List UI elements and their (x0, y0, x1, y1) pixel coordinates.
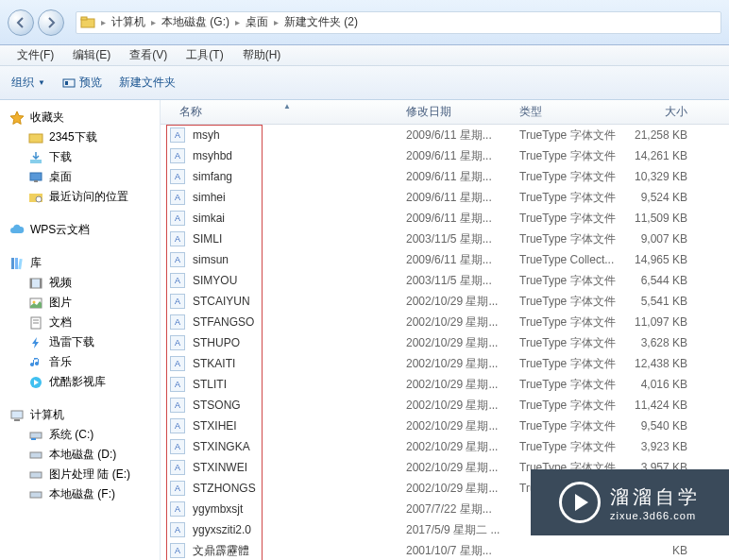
organize-button[interactable]: 组织 ▼ (11, 75, 45, 91)
file-row[interactable]: ASTKAITI2002/10/29 星期...TrueType 字体文件12,… (161, 353, 729, 374)
download-icon (28, 150, 43, 165)
file-row[interactable]: Asimfang2009/6/11 星期...TrueType 字体文件10,3… (161, 166, 729, 187)
menu-view[interactable]: 查看(V) (120, 47, 177, 63)
font-file-icon: A (170, 398, 185, 413)
sidebar-item[interactable]: 视频 (6, 273, 154, 293)
menu-tools[interactable]: 工具(T) (177, 47, 232, 63)
file-row[interactable]: Amsyhbd2009/6/11 星期...TrueType 字体文件14,26… (161, 145, 729, 166)
chevron-right-icon: ▸ (233, 17, 242, 27)
sidebar-item-label: 文档 (49, 314, 72, 331)
sidebar-item[interactable]: 本地磁盘 (D:) (6, 445, 154, 465)
font-file-icon: A (170, 501, 185, 517)
menu-help[interactable]: 帮助(H) (233, 47, 291, 63)
file-type: TrueType 字体文件 (519, 273, 631, 289)
watermark-text: 溜溜自学 zixue.3d66.com (610, 484, 701, 521)
svg-rect-3 (65, 81, 68, 85)
breadcrumb-segment[interactable]: 计算机 (108, 14, 149, 30)
preview-button[interactable]: 预览 (62, 75, 102, 91)
file-row[interactable]: A文鼎霹靂體2001/10/7 星期...KB (161, 540, 729, 560)
column-type[interactable]: 类型 (519, 104, 631, 120)
file-row[interactable]: ASTSONG2002/10/29 星期...TrueType 字体文件11,4… (161, 395, 729, 416)
nav-forward-button[interactable] (38, 9, 64, 36)
chevron-right-icon: ▸ (149, 17, 158, 27)
breadcrumb-segment[interactable]: 本地磁盘 (G:) (158, 14, 233, 30)
file-row[interactable]: Asimhei2009/6/11 星期...TrueType 字体文件9,524… (161, 187, 729, 208)
sidebar-item-label: 本地磁盘 (F:) (49, 486, 115, 502)
sidebar-item[interactable]: 音乐 (6, 352, 154, 372)
file-date: 2002/10/29 星期... (406, 398, 519, 414)
nav-back-button[interactable] (8, 9, 34, 36)
sidebar-item[interactable]: 图片处理 陆 (E:) (6, 465, 154, 484)
file-type: TrueType 字体文件 (519, 418, 631, 434)
sidebar-item-label: 图片 (49, 295, 72, 311)
svg-rect-6 (30, 173, 42, 180)
column-name-label: 名称 (179, 105, 202, 118)
play-circle-icon (559, 482, 601, 523)
file-name: simkai (193, 212, 406, 225)
file-name: STCAIYUN (193, 295, 406, 308)
column-name[interactable]: 名称 ▲ (161, 104, 406, 120)
file-name: ygymbxsjt (193, 502, 406, 516)
menu-edit[interactable]: 编辑(E) (63, 47, 120, 63)
sidebar-item[interactable]: 桌面 (6, 167, 154, 187)
sidebar-item[interactable]: 下载 (6, 147, 154, 167)
svg-rect-10 (11, 258, 14, 269)
sidebar-item[interactable]: 图片 (6, 293, 154, 313)
file-row[interactable]: ASTXIHEI2002/10/29 星期...TrueType 字体文件9,5… (161, 416, 729, 436)
file-type: TrueType 字体文件 (519, 314, 631, 331)
file-size: 5,541 KB (631, 295, 706, 308)
sidebar-item[interactable]: 本地磁盘 (F:) (6, 484, 154, 504)
svg-rect-28 (30, 492, 42, 498)
titlebar: ▸ 计算机 ▸ 本地磁盘 (G:) ▸ 桌面 ▸ 新建文件夹 (2) (0, 0, 729, 45)
file-type: TrueType 字体文件 (519, 148, 631, 164)
tree-computer: 计算机 系统 (C:) 本地磁盘 (D:) 图片处理 陆 (E:) 本地磁盘 (… (6, 405, 154, 504)
breadcrumb[interactable]: ▸ 计算机 ▸ 本地磁盘 (G:) ▸ 桌面 ▸ 新建文件夹 (2) (76, 11, 721, 34)
computer-root[interactable]: 计算机 (6, 405, 154, 425)
file-size: 9,007 KB (631, 232, 706, 246)
file-row[interactable]: ASTCAIYUN2002/10/29 星期...TrueType 字体文件5,… (161, 291, 729, 312)
file-row[interactable]: ASIMYOU2003/11/5 星期...TrueType 字体文件6,544… (161, 270, 729, 291)
file-date: 2009/6/11 星期... (406, 169, 519, 185)
file-row[interactable]: ASIMLI2003/11/5 星期...TrueType 字体文件9,007 … (161, 229, 729, 249)
drive-icon (28, 467, 43, 483)
library-label: 库 (30, 255, 42, 271)
sidebar-item[interactable]: 系统 (C:) (6, 425, 154, 445)
recent-icon (28, 190, 43, 205)
sidebar-item[interactable]: 2345下载 (6, 127, 154, 147)
file-row[interactable]: ASTXINGKA2002/10/29 星期...TrueType 字体文件3,… (161, 436, 729, 457)
sidebar: 收藏夹 2345下载 下载 桌面 最近访问的位置 WPS云文档 (0, 100, 161, 560)
drive-icon (28, 428, 43, 443)
file-row[interactable]: ASTFANGSO2002/10/29 星期...TrueType 字体文件11… (161, 312, 729, 332)
library-root[interactable]: 库 (6, 253, 154, 273)
svg-point-9 (36, 196, 42, 202)
new-folder-button[interactable]: 新建文件夹 (119, 75, 176, 91)
preview-icon (62, 76, 76, 90)
sidebar-item[interactable]: 最近访问的位置 (6, 187, 154, 207)
column-date[interactable]: 修改日期 (406, 104, 519, 120)
breadcrumb-segment[interactable]: 桌面 (242, 14, 272, 30)
font-file-icon: A (170, 543, 185, 558)
file-row[interactable]: Asimkai2009/6/11 星期...TrueType 字体文件11,50… (161, 208, 729, 229)
file-name: STKAITI (193, 357, 406, 370)
file-row[interactable]: ASTLITI2002/10/29 星期...TrueType 字体文件4,01… (161, 374, 729, 395)
favorites-root[interactable]: 收藏夹 (6, 108, 154, 127)
svg-rect-2 (63, 79, 75, 87)
file-row[interactable]: Asimsun2009/6/11 星期...TrueType Collect..… (161, 249, 729, 270)
font-file-icon: A (170, 481, 185, 496)
file-date: 2002/10/29 星期... (406, 294, 519, 310)
sidebar-item[interactable]: 优酷影视库 (6, 372, 154, 392)
column-size[interactable]: 大小 (631, 104, 706, 120)
file-type: TrueType 字体文件 (519, 356, 631, 372)
menu-file[interactable]: 文件(F) (8, 47, 63, 63)
svg-rect-22 (11, 411, 23, 418)
file-name: STSONG (193, 399, 406, 412)
wps-root[interactable]: WPS云文档 (6, 220, 154, 240)
sidebar-item[interactable]: 文档 (6, 313, 154, 332)
file-row[interactable]: Amsyh2009/6/11 星期...TrueType 字体文件21,258 … (161, 125, 729, 145)
file-row[interactable]: ASTHUPO2002/10/29 星期...TrueType 字体文件3,62… (161, 332, 729, 353)
sidebar-item[interactable]: 迅雷下载 (6, 332, 154, 352)
breadcrumb-segment[interactable]: 新建文件夹 (2) (280, 14, 362, 30)
watermark: 溜溜自学 zixue.3d66.com (531, 469, 729, 535)
document-icon (28, 315, 43, 331)
file-type: TrueType Collect... (519, 253, 631, 266)
